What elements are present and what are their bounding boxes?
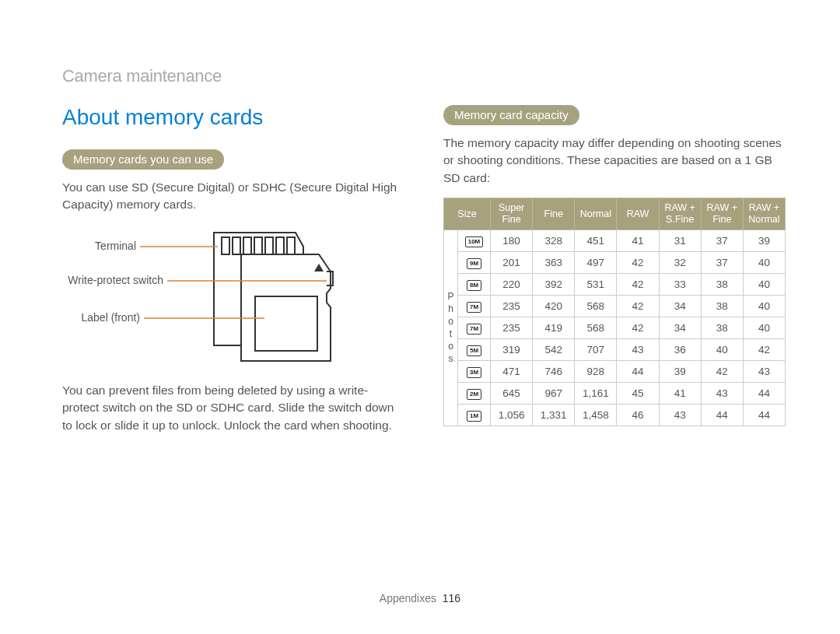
svg-rect-6	[287, 237, 295, 254]
capacity-cell: 746	[533, 361, 575, 383]
capacity-cell: 33	[659, 274, 701, 296]
capacity-cell: 363	[533, 252, 575, 274]
capacity-cell: 707	[575, 339, 617, 361]
capacity-cell: 44	[743, 383, 785, 405]
table-row: 9M20136349742323740	[444, 252, 786, 274]
svg-rect-1	[233, 237, 240, 254]
capacity-cell: 1,331	[533, 405, 575, 426]
svg-rect-2	[243, 237, 251, 254]
capacity-cell: 39	[743, 230, 785, 252]
capacity-cell: 497	[575, 252, 617, 274]
page-footer: Appendixes 116	[0, 592, 840, 604]
capacity-cell: 42	[617, 274, 659, 296]
capacity-cell: 38	[701, 317, 743, 339]
svg-rect-0	[222, 237, 229, 254]
label-wps: Write-protect switch	[68, 274, 163, 286]
capacity-cell: 1,458	[575, 405, 617, 426]
capacity-cell: 46	[617, 405, 659, 426]
capacity-cell: 201	[491, 252, 533, 274]
svg-rect-5	[276, 237, 284, 254]
page-title: About memory cards	[62, 105, 404, 130]
capacity-cell: 1,161	[575, 383, 617, 405]
label-front: Label (front)	[82, 311, 140, 324]
capacity-cell: 41	[617, 230, 659, 252]
col-header: SuperFine	[491, 198, 533, 230]
capacity-cell: 43	[743, 361, 785, 383]
capacity-cell: 645	[491, 383, 533, 405]
capacity-cell: 180	[491, 230, 533, 252]
capacity-cell: 37	[701, 252, 743, 274]
capacity-cell: 419	[533, 317, 575, 339]
col-header: RAW +Normal	[743, 198, 785, 230]
capacity-cell: 38	[701, 296, 743, 317]
size-icon-cell: 2M	[458, 383, 491, 405]
capacity-cell: 42	[743, 339, 785, 361]
capacity-cell: 37	[701, 230, 743, 252]
capacity-cell: 40	[743, 252, 785, 274]
table-row: Photos10M18032845141313739	[444, 230, 786, 252]
capacity-cell: 32	[659, 252, 701, 274]
capacity-cell: 568	[575, 317, 617, 339]
capacity-cell: 392	[533, 274, 575, 296]
capacity-table: SizeSuperFineFineNormalRAWRAW +S.FineRAW…	[443, 198, 786, 426]
cards-usable-text: You can use SD (Secure Digital) or SDHC …	[62, 179, 404, 214]
table-row: 3M47174692844394243	[444, 361, 786, 383]
capacity-cell: 40	[743, 317, 785, 339]
size-icon-cell: 5M	[458, 339, 491, 361]
capacity-text: The memory capacity may differ depending…	[443, 135, 786, 187]
capacity-cell: 40	[701, 339, 743, 361]
col-header: RAW	[617, 198, 659, 230]
col-header: RAW +S.Fine	[659, 198, 701, 230]
capacity-cell: 43	[659, 405, 701, 426]
footer-label: Appendixes	[380, 592, 436, 604]
capacity-cell: 39	[659, 361, 701, 383]
capacity-cell: 34	[659, 296, 701, 317]
size-icon-cell: 10M	[458, 230, 491, 252]
capacity-cell: 1,056	[491, 405, 533, 426]
size-icon-cell: 3M	[458, 361, 491, 383]
capacity-cell: 531	[575, 274, 617, 296]
table-row: 7M23541956842343840	[444, 317, 786, 339]
capacity-cell: 235	[491, 296, 533, 317]
capacity-cell: 42	[617, 252, 659, 274]
svg-rect-3	[254, 237, 262, 254]
table-row: 1M1,0561,3311,45846434444	[444, 405, 786, 426]
size-icon-cell: 7M	[458, 296, 491, 317]
subhead-cards-usable: Memory cards you can use	[62, 149, 224, 170]
col-header: RAW +Fine	[701, 198, 743, 230]
label-terminal: Terminal	[95, 240, 136, 252]
capacity-cell: 319	[491, 339, 533, 361]
col-header: Normal	[575, 198, 617, 230]
footer-page: 116	[443, 592, 460, 604]
capacity-cell: 235	[491, 317, 533, 339]
size-icon-cell: 1M	[458, 405, 491, 426]
capacity-cell: 220	[491, 274, 533, 296]
rowgroup-label: Photos	[444, 230, 458, 426]
section-label: Camera maintenance	[62, 66, 222, 86]
col-header: Fine	[533, 198, 575, 230]
capacity-cell: 44	[743, 405, 785, 426]
capacity-cell: 451	[575, 230, 617, 252]
col-size: Size	[444, 198, 491, 230]
capacity-cell: 43	[701, 383, 743, 405]
capacity-cell: 44	[617, 361, 659, 383]
capacity-cell: 41	[659, 383, 701, 405]
capacity-cell: 568	[575, 296, 617, 317]
capacity-cell: 420	[533, 296, 575, 317]
left-column: About memory cards Memory cards you can …	[62, 62, 404, 445]
right-column: Memory card capacity The memory capacity…	[443, 62, 786, 445]
table-row: 7M23542056842343840	[444, 296, 786, 317]
capacity-cell: 42	[617, 317, 659, 339]
write-protect-text: You can prevent files from being deleted…	[62, 382, 404, 434]
subhead-capacity: Memory card capacity	[443, 105, 579, 125]
sd-card-diagram: Terminal Write-protect switch Label (fro…	[62, 225, 404, 368]
capacity-cell: 44	[701, 405, 743, 426]
capacity-cell: 31	[659, 230, 701, 252]
capacity-cell: 43	[617, 339, 659, 361]
capacity-cell: 34	[659, 317, 701, 339]
size-icon-cell: 8M	[458, 274, 491, 296]
svg-rect-4	[265, 237, 273, 254]
svg-rect-7	[255, 296, 317, 351]
size-icon-cell: 9M	[458, 252, 491, 274]
capacity-cell: 40	[743, 296, 785, 317]
